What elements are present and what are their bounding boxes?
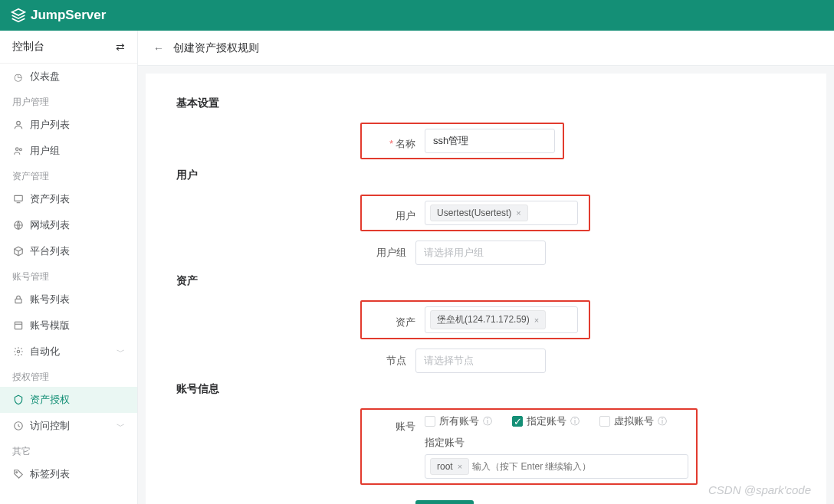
sidebar-item-automation[interactable]: 自动化 ﹀ [0, 339, 137, 365]
help-icon[interactable]: ⓘ [483, 415, 492, 428]
account-label: 账号 [369, 414, 415, 479]
sidebar-item-label: 自动化 [30, 345, 60, 358]
access-icon [12, 421, 24, 431]
sidebar-item-label: 账号模版 [30, 319, 70, 332]
user-tag: Usertest(Usertest) × [430, 205, 528, 221]
shield-icon [12, 394, 24, 405]
sidebar-item-account-template[interactable]: 账号模版 [0, 313, 137, 339]
highlight-asset: 资产 堡垒机(124.71.172.59) × [360, 300, 590, 339]
main-area: ← 创建资产授权规则 基本设置 *名称 ssh管理 用户 用户 Usertest… [138, 31, 834, 504]
user-icon [12, 119, 24, 130]
name-input[interactable]: ssh管理 [425, 129, 555, 153]
sidebar-item-tag-list[interactable]: 标签列表 [0, 461, 137, 487]
users-icon [12, 146, 24, 156]
auto-icon [12, 346, 24, 357]
usergroup-label: 用户组 [360, 241, 406, 260]
checkbox-virtual-account[interactable]: 虚拟账号 ⓘ [599, 414, 667, 428]
sidebar-item-user-group[interactable]: 用户组 [0, 138, 137, 164]
top-bar: JumpServer [0, 0, 834, 31]
asset-label: 资产 [369, 310, 415, 329]
sidebar-group-other: 其它 [0, 439, 137, 461]
sidebar-item-label: 用户列表 [30, 118, 70, 132]
usergroup-select[interactable]: 请选择用户组 [415, 241, 546, 265]
asset-tag: 堡垒机(124.71.172.59) × [430, 310, 546, 329]
sidebar-title: 控制台 [12, 40, 44, 54]
spec-account-label: 指定账号 [425, 436, 688, 450]
svg-rect-7 [15, 299, 21, 303]
remove-tag-icon[interactable]: × [458, 462, 462, 471]
svg-rect-4 [14, 195, 22, 201]
remove-tag-icon[interactable]: × [516, 208, 520, 218]
help-icon[interactable]: ⓘ [658, 415, 667, 428]
logo-stack-icon [11, 8, 26, 23]
highlight-user: 用户 Usertest(Usertest) × [360, 195, 590, 231]
svg-point-10 [17, 350, 20, 353]
sidebar-group-user: 用户管理 [0, 90, 137, 112]
spec-account-input[interactable]: root × [425, 454, 688, 479]
remove-tag-icon[interactable]: × [534, 316, 539, 325]
sidebar-item-label: 仪表盘 [30, 70, 60, 83]
brand-name: JumpServer [31, 8, 106, 23]
sidebar-item-label: 平台列表 [30, 244, 70, 258]
sidebar-item-label: 标签列表 [30, 467, 70, 481]
svg-marker-0 [12, 9, 25, 15]
svg-point-1 [16, 121, 20, 125]
sidebar-group-asset: 资产管理 [0, 164, 137, 186]
sidebar-item-label: 网域列表 [30, 218, 70, 232]
section-asset-title: 资产 [176, 274, 796, 288]
section-account-title: 账号信息 [176, 382, 796, 396]
node-select[interactable]: 请选择节点 [415, 349, 546, 373]
sidebar-item-platform-list[interactable]: 平台列表 [0, 238, 137, 264]
sidebar-item-label: 用户组 [30, 144, 60, 158]
sidebar-item-account-list[interactable]: 账号列表 [0, 286, 137, 313]
sidebar-item-label: 访问控制 [30, 419, 70, 433]
name-label: *名称 [369, 132, 415, 151]
svg-point-12 [15, 472, 17, 473]
sidebar-header[interactable]: 控制台 ⇄ [0, 31, 137, 64]
swap-icon[interactable]: ⇄ [116, 41, 125, 53]
checkbox-spec-account[interactable]: ✓ 指定账号 ⓘ [512, 414, 580, 428]
spec-account-text-input[interactable] [472, 461, 683, 472]
sidebar-item-user-list[interactable]: 用户列表 [0, 112, 137, 138]
form-content: 基本设置 *名称 ssh管理 用户 用户 Usertest(Usertest) … [146, 74, 826, 504]
user-label: 用户 [369, 204, 415, 223]
sidebar-item-label: 资产列表 [30, 192, 70, 206]
monitor-icon [12, 194, 24, 205]
lock-icon [12, 294, 24, 305]
help-icon[interactable]: ⓘ [570, 415, 580, 428]
chevron-down-icon: ﹀ [117, 346, 125, 358]
highlight-account: 账号 所有账号 ⓘ ✓ 指定账号 ⓘ [360, 408, 698, 485]
user-select[interactable]: Usertest(Usertest) × [425, 201, 578, 225]
svg-point-3 [19, 149, 21, 151]
sidebar-item-asset-permission[interactable]: 资产授权 [0, 387, 137, 413]
account-options: 所有账号 ⓘ ✓ 指定账号 ⓘ 虚拟账号 ⓘ [425, 414, 688, 428]
sidebar-item-label: 资产授权 [30, 393, 70, 407]
dashboard-icon: ◷ [12, 71, 24, 83]
asset-select[interactable]: 堡垒机(124.71.172.59) × [425, 306, 578, 333]
node-label: 节点 [360, 349, 406, 368]
sidebar-item-asset-list[interactable]: 资产列表 [0, 186, 137, 212]
sidebar-item-label: 账号列表 [30, 293, 70, 306]
checkbox-all-accounts[interactable]: 所有账号 ⓘ [425, 414, 492, 428]
tag-icon [12, 469, 24, 479]
template-icon [12, 320, 24, 331]
section-basic-title: 基本设置 [176, 97, 796, 110]
cube-icon [12, 246, 24, 257]
svg-point-2 [15, 148, 18, 151]
back-button[interactable]: ← [153, 42, 164, 54]
section-user-title: 用户 [176, 169, 796, 182]
page-title: 创建资产授权规则 [173, 41, 259, 55]
sidebar-item-domain-list[interactable]: 网域列表 [0, 212, 137, 238]
sidebar: 控制台 ⇄ ◷ 仪表盘 用户管理 用户列表 用户组 资产管理 资产列表 [0, 31, 138, 504]
chevron-down-icon: ﹀ [117, 421, 125, 432]
brand-logo[interactable]: JumpServer [11, 8, 106, 23]
sidebar-item-access-control[interactable]: 访问控制 ﹀ [0, 413, 137, 439]
sidebar-group-perm: 授权管理 [0, 365, 137, 387]
spec-account-tag: root × [430, 458, 469, 475]
highlight-name: *名称 ssh管理 [360, 123, 564, 159]
template-add-button[interactable]: 模版添加 [415, 500, 474, 504]
sidebar-item-dashboard[interactable]: ◷ 仪表盘 [0, 64, 137, 90]
globe-icon [12, 220, 24, 231]
sidebar-group-account: 账号管理 [0, 264, 137, 286]
page-header: ← 创建资产授权规则 [138, 31, 834, 66]
